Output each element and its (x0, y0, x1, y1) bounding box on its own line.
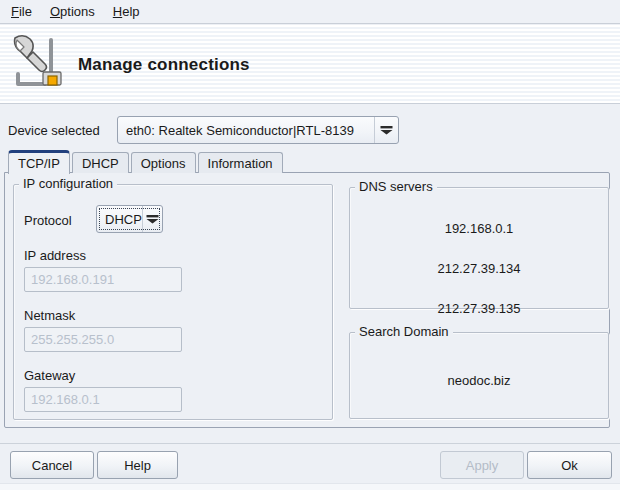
search-domain-value: neodoc.biz (350, 373, 608, 388)
tab-options[interactable]: Options (131, 152, 196, 173)
cancel-button[interactable]: Cancel (10, 451, 94, 479)
bottom-separator (0, 443, 620, 444)
chevron-down-icon (142, 206, 162, 232)
netmask-field[interactable] (24, 327, 182, 352)
device-selector-value: eth0: Realtek Semiconductor|RTL-8139 (118, 123, 374, 138)
dns-servers-group: DNS servers 192.168.0.1 212.27.39.134 21… (349, 187, 609, 309)
menu-help[interactable]: Help (104, 1, 149, 22)
protocol-label: Protocol (24, 213, 72, 228)
ok-button[interactable]: Ok (527, 451, 612, 479)
page-title: Manage connections (78, 55, 250, 75)
gateway-field[interactable] (24, 387, 182, 412)
search-domain-title: Search Domain (355, 324, 453, 339)
gateway-label: Gateway (24, 368, 75, 383)
protocol-dropdown[interactable]: DHCP (96, 205, 163, 233)
search-domain-group: Search Domain neodoc.biz (349, 332, 609, 419)
wrench-network-icon (11, 34, 65, 92)
tab-dhcp[interactable]: DHCP (72, 152, 129, 173)
dns-servers-title: DNS servers (355, 179, 437, 194)
dns-server-entry: 212.27.39.135 (350, 288, 608, 328)
netmask-label: Netmask (24, 308, 75, 323)
ip-address-field[interactable] (24, 267, 182, 292)
tab-bar: TCP/IP DHCP Options Information (8, 150, 285, 173)
device-selected-label: Device selected (8, 123, 100, 138)
menubar: File Options Help (0, 0, 620, 24)
tcpip-tab-panel: IP configuration Protocol DHCP IP addres… (4, 172, 610, 428)
chevron-down-icon (374, 117, 398, 143)
protocol-value: DHCP (97, 212, 142, 227)
dns-server-entry: 192.168.0.1 (350, 208, 608, 248)
menu-options[interactable]: Options (41, 1, 104, 22)
dns-server-list: 192.168.0.1 212.27.39.134 212.27.39.135 (350, 208, 608, 328)
dns-server-entry: 212.27.39.134 (350, 248, 608, 288)
ip-configuration-title: IP configuration (19, 176, 117, 191)
tab-tcpip[interactable]: TCP/IP (8, 150, 70, 174)
window-bottom-strip (0, 483, 620, 490)
menu-file[interactable]: File (2, 1, 41, 22)
ip-address-label: IP address (24, 248, 86, 263)
tab-information[interactable]: Information (198, 152, 283, 173)
device-selector-dropdown[interactable]: eth0: Realtek Semiconductor|RTL-8139 (117, 116, 399, 144)
ip-configuration-group: IP configuration Protocol DHCP IP addres… (13, 184, 333, 420)
header-banner: Manage connections (0, 25, 620, 104)
help-button[interactable]: Help (97, 451, 178, 479)
apply-button[interactable]: Apply (440, 451, 524, 479)
